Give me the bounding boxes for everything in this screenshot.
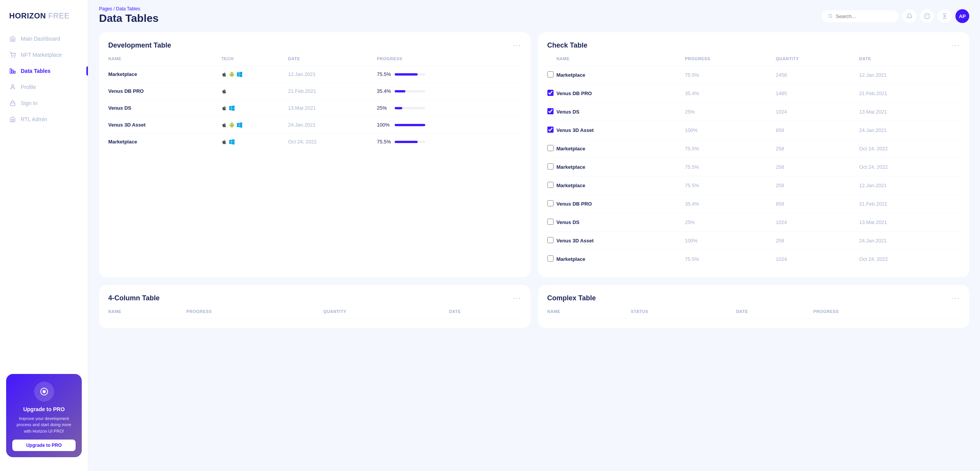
sidebar-item-data-tables[interactable]: Data Tables: [0, 63, 88, 79]
cell-quantity: 258: [776, 232, 859, 250]
cell-checkbox[interactable]: [547, 66, 557, 84]
complex-table: NAME STATUS DATE PROGRESS: [547, 309, 960, 319]
sidebar-item-label: Sign In: [21, 100, 38, 106]
cell-date: 21.Feb.2021: [288, 83, 377, 100]
row-checkbox[interactable]: [547, 255, 554, 262]
row-checkbox[interactable]: [547, 182, 554, 188]
col-name: NAME: [108, 56, 221, 66]
more-options-button[interactable]: ···: [513, 294, 521, 302]
table-row: Venus 3D Asset 100% 858 24.Jan.2021: [547, 121, 960, 140]
sidebar-item-label: Data Tables: [21, 68, 51, 74]
row-checkbox[interactable]: [547, 145, 554, 151]
cell-checkbox[interactable]: [547, 195, 557, 213]
development-table-card: Development Table ··· NAME TECH DATE PRO…: [99, 32, 530, 277]
check-table: NAME PROGRESS QUANTITY DATE Marketplace …: [547, 56, 960, 268]
svg-point-14: [944, 15, 945, 17]
card-header: Complex Table ···: [547, 294, 960, 302]
check-table-card: Check Table ··· NAME PROGRESS QUANTITY D…: [538, 32, 970, 277]
row-checkbox[interactable]: [547, 200, 554, 206]
notification-icon[interactable]: [902, 9, 916, 23]
table-row: Venus DS 25% 1024 13.Mar.2021: [547, 103, 960, 121]
cell-tech: [221, 117, 288, 133]
cell-checkbox[interactable]: [547, 232, 557, 250]
cell-name: Venus 3D Asset: [557, 232, 685, 250]
info-icon[interactable]: [920, 9, 934, 23]
lock-icon: [9, 100, 16, 107]
sidebar-item-nft-marketplace[interactable]: NFT Marketplace: [0, 47, 88, 63]
col-name: NAME: [557, 56, 685, 66]
cell-progress: 35.4%: [685, 84, 776, 103]
upgrade-button[interactable]: Upgrade to PRO: [12, 440, 76, 451]
cell-progress: 25%: [377, 100, 521, 117]
avatar[interactable]: AP: [955, 9, 969, 23]
complex-table-card: Complex Table ··· NAME STATUS DATE PROGR…: [538, 285, 970, 328]
tech-icon: [229, 72, 235, 77]
upgrade-icon: [34, 382, 54, 402]
sidebar-item-main-dashboard[interactable]: Main Dashboard: [0, 31, 88, 46]
more-options-button[interactable]: ···: [513, 41, 521, 49]
cell-date: Oct 24, 2022: [859, 140, 960, 158]
content-area: Development Table ··· NAME TECH DATE PRO…: [88, 25, 980, 471]
cell-progress: 75.5%: [377, 133, 521, 150]
tech-icon: [221, 122, 227, 128]
more-options-button[interactable]: ···: [952, 294, 960, 302]
cell-name: Venus 3D Asset: [557, 121, 685, 140]
cell-checkbox[interactable]: [547, 140, 557, 158]
search-input[interactable]: [836, 13, 892, 19]
cell-checkbox[interactable]: [547, 213, 557, 232]
more-options-button[interactable]: ···: [952, 41, 960, 49]
tech-icon: [221, 72, 227, 77]
cell-checkbox[interactable]: [547, 103, 557, 121]
cell-quantity: 258: [776, 140, 859, 158]
cell-checkbox[interactable]: [547, 121, 557, 140]
cell-date: Oct 24, 2022: [288, 133, 377, 150]
cell-checkbox[interactable]: [547, 176, 557, 195]
cell-checkbox[interactable]: [547, 250, 557, 268]
cell-date: Oct 24, 2022: [859, 158, 960, 176]
cell-progress: 25%: [685, 103, 776, 121]
table-row: Marketplace 75.5% 258 Oct 24, 2022: [547, 158, 960, 176]
cell-progress: 75.5%: [685, 250, 776, 268]
sidebar-item-rtl-admin[interactable]: RTL Admin: [0, 112, 88, 127]
table-row: Marketplace 75.5% 258 Oct 24, 2022: [547, 140, 960, 158]
row-checkbox[interactable]: [547, 127, 554, 133]
cell-progress: 75.5%: [377, 66, 521, 83]
brand-name-light: FREE: [46, 12, 69, 20]
row-checkbox[interactable]: [547, 237, 554, 243]
cell-tech: [221, 83, 288, 100]
upgrade-card: Upgrade to PRO Improve your development …: [6, 374, 82, 458]
settings-icon[interactable]: [938, 9, 952, 23]
svg-point-0: [12, 57, 12, 57]
row-checkbox[interactable]: [547, 71, 554, 77]
col-date: DATE: [859, 56, 960, 66]
cell-name: Marketplace: [557, 66, 685, 84]
cell-date: 13.Mar.2021: [859, 103, 960, 121]
cell-name: Marketplace: [557, 158, 685, 176]
tech-icon: [237, 72, 242, 77]
cell-progress: 35.4%: [685, 195, 776, 213]
sidebar-item-sign-in[interactable]: Sign In: [0, 96, 88, 111]
row-checkbox[interactable]: [547, 108, 554, 114]
card-title: Complex Table: [547, 294, 596, 302]
svg-rect-6: [10, 103, 15, 105]
sidebar-item-profile[interactable]: Profile: [0, 79, 88, 95]
row-checkbox[interactable]: [547, 90, 554, 96]
cell-progress: 100%: [685, 121, 776, 140]
home2-icon: [9, 116, 16, 123]
row-checkbox[interactable]: [547, 219, 554, 225]
table-row: Venus DS 13.Mar.2021 25%: [108, 100, 521, 117]
cell-checkbox[interactable]: [547, 84, 557, 103]
cell-progress: 100%: [377, 117, 521, 133]
nav-menu: Main Dashboard NFT Marketplace Data Tabl…: [0, 31, 88, 368]
table-row: Venus 3D Asset 24.Jan.2021 100%: [108, 117, 521, 133]
cell-checkbox[interactable]: [547, 158, 557, 176]
sidebar-item-label: Profile: [21, 84, 36, 90]
search-box[interactable]: [822, 10, 899, 22]
table-row: Venus 3D Asset 100% 258 24.Jan.2021: [547, 232, 960, 250]
development-table: NAME TECH DATE PROGRESS Marketplace 12.J…: [108, 56, 521, 150]
header-left: Pages / Data Tables Data Tables: [99, 6, 159, 25]
cell-date: 13.Mar.2021: [288, 100, 377, 117]
cell-name: Venus DB PRO: [557, 195, 685, 213]
brand-logo: HORIZON FREE: [0, 8, 88, 31]
row-checkbox[interactable]: [547, 163, 554, 170]
